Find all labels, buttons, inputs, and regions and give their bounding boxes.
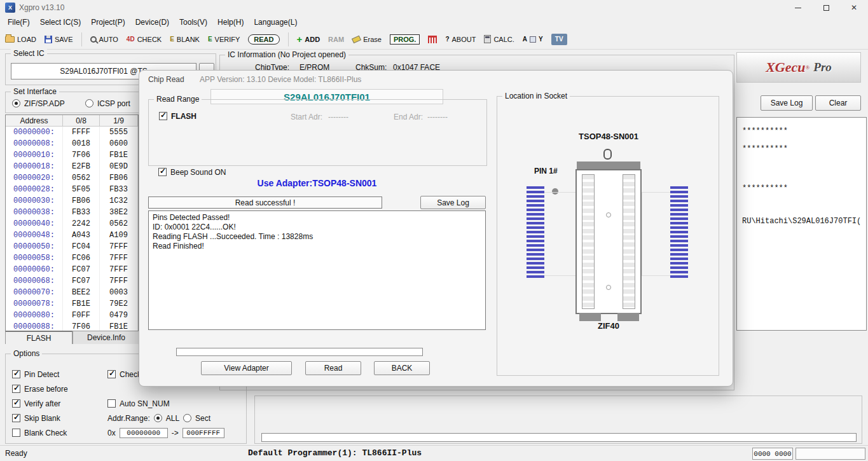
menu-item[interactable]: Select IC(S)	[35, 16, 86, 29]
plus-icon: +	[297, 36, 303, 43]
options-group-label: Options	[11, 349, 42, 358]
cell-1-9: 0E9D	[100, 161, 138, 172]
calc-label: CALC.	[493, 36, 514, 43]
cell-1-9: FB1E	[100, 149, 138, 161]
cell-address: 00000070:	[6, 287, 63, 298]
range-to-input[interactable]: 000FFFFF	[183, 428, 224, 438]
cell-1-9: 0003	[100, 287, 138, 298]
erase-before-label: Erase before	[24, 385, 68, 394]
addr-range-row: Addr.Range: ALL Sect	[107, 413, 210, 423]
back-button[interactable]: BACK	[374, 361, 430, 375]
cell-1-9: 5555	[100, 127, 138, 138]
check-id-checkbox[interactable]: Check	[107, 369, 141, 379]
blank-button[interactable]: EBLANK	[170, 36, 200, 43]
read-button[interactable]: READ	[248, 34, 279, 45]
dialog-log-line: Reading FLASH ...Succeeded. Time : 13828…	[153, 232, 481, 242]
verify-after-checkbox[interactable]: Verify after	[12, 399, 60, 408]
blank-check-label: Blank Check	[24, 429, 67, 437]
dialog-read-button[interactable]: Read	[305, 361, 361, 375]
menu-item[interactable]: Language(L)	[249, 16, 302, 29]
logic-test-button[interactable]: AY	[523, 36, 543, 43]
verify-label: VERIFY	[215, 36, 240, 43]
close-button[interactable]: ✕	[840, 0, 868, 15]
cell-0-8: FC06	[63, 252, 100, 264]
dialog-save-log-button[interactable]: Save Log	[420, 196, 486, 209]
menu-item[interactable]: File(F)	[3, 16, 35, 29]
calc-button[interactable]: CALC.	[484, 35, 514, 43]
clear-button[interactable]: Clear	[815, 95, 861, 111]
minimize-button[interactable]	[784, 0, 812, 15]
cell-1-9: 0562	[100, 218, 138, 230]
maximize-button[interactable]	[812, 0, 840, 15]
save-log-label: Save Log	[771, 99, 803, 107]
read-pill-icon: READ	[248, 34, 279, 45]
maximize-icon	[823, 5, 829, 11]
checkbox-icon	[107, 370, 116, 378]
pin-test-button[interactable]	[428, 36, 437, 43]
about-button[interactable]: ?ABOUT	[445, 36, 476, 43]
table-row: 00000060: FC07 7FFF	[6, 264, 138, 275]
toolbar-separator	[81, 32, 82, 46]
prog-button[interactable]: PROG.	[390, 34, 420, 45]
checkbox-icon	[12, 370, 20, 378]
flash-checkbox[interactable]: FLASH	[159, 111, 196, 121]
dialog-save-log-label: Save Log	[437, 198, 469, 207]
cell-0-8: FB33	[63, 207, 100, 218]
icsp-radio[interactable]: ICSP port	[85, 99, 130, 108]
cell-0-8: 5F05	[63, 184, 100, 195]
radio-icon	[183, 414, 191, 422]
add-button[interactable]: +ADD	[297, 36, 320, 43]
table-row: 00000038: FB33 38E2	[6, 207, 138, 218]
start-adr-label: Start Adr:	[291, 113, 322, 121]
logic-y-label: Y	[539, 36, 543, 43]
cell-1-9: FB06	[100, 172, 138, 184]
table-row: 00000058: FC06 7FFF	[6, 252, 138, 264]
erase-before-checkbox[interactable]: Erase before	[12, 384, 68, 394]
menu-item[interactable]: Help(H)	[212, 16, 249, 29]
tab-device-info[interactable]: Device.Info	[72, 331, 140, 344]
auto-sn-label: Auto SN_NUM	[120, 399, 170, 408]
blank-check-checkbox[interactable]: Blank Check	[12, 428, 67, 437]
cell-address: 00000020:	[6, 172, 63, 184]
save-log-button[interactable]: Save Log	[761, 95, 813, 111]
cell-1-9: 7FFF	[100, 264, 138, 275]
verify-button[interactable]: EVERIFY	[208, 36, 240, 43]
cell-0-8: F0FF	[63, 310, 100, 321]
check-button[interactable]: 4DCHECK	[127, 36, 162, 43]
log-line: **********	[742, 144, 788, 153]
menu-item[interactable]: Tools(V)	[174, 16, 212, 29]
all-radio[interactable]: ALL	[154, 413, 179, 423]
start-adr-value: --------	[328, 113, 348, 121]
range-from-input[interactable]: 00000000	[120, 428, 168, 438]
tab-flash[interactable]: FLASH	[5, 331, 72, 344]
pin-detect-checkbox[interactable]: Pin Detect	[12, 369, 59, 379]
logic-a-label: A	[523, 36, 527, 43]
cell-0-8: 0562	[63, 172, 100, 184]
socket-left-foot	[579, 313, 601, 321]
view-adapter-button[interactable]: View Adapter	[201, 361, 292, 375]
grid-header-0-8: 0/8	[63, 115, 100, 127]
ram-button[interactable]: RAM	[328, 36, 344, 43]
tv-button[interactable]: TV	[551, 34, 567, 45]
cell-0-8: FC07	[63, 264, 100, 275]
device-log-panel[interactable]: ********** ********** ********** RU\Hita…	[736, 117, 867, 331]
auto-sn-checkbox[interactable]: Auto SN_NUM	[107, 399, 170, 408]
skip-blank-checkbox[interactable]: Skip Blank	[12, 413, 60, 423]
menu-item[interactable]: Project(P)	[86, 16, 130, 29]
sect-radio[interactable]: Sect	[183, 413, 210, 423]
toolbar-separator	[288, 32, 289, 46]
registered-mark: ®	[805, 64, 809, 71]
dialog-log-area[interactable]: Pins Detected Passed! ID: 0x0001 22C4...…	[148, 210, 486, 330]
beep-checkbox[interactable]: Beep Sound ON	[158, 167, 226, 177]
about-label: ABOUT	[451, 36, 476, 43]
zif-radio[interactable]: ZIF/SP.ADP	[12, 99, 65, 108]
right-pin-column	[670, 186, 688, 280]
pin1-label: PIN 1#	[534, 167, 558, 175]
erase-button[interactable]: Erase	[352, 36, 382, 43]
load-button[interactable]: LOAD	[5, 36, 36, 43]
hex-data-grid[interactable]: Address 0/8 1/9 00000000: FFFF 5555 0000…	[5, 114, 139, 332]
save-button[interactable]: SAVE	[45, 36, 73, 43]
radio-icon	[85, 99, 93, 107]
menu-item[interactable]: Device(D)	[130, 16, 174, 29]
auto-button[interactable]: AUTO	[90, 36, 118, 43]
